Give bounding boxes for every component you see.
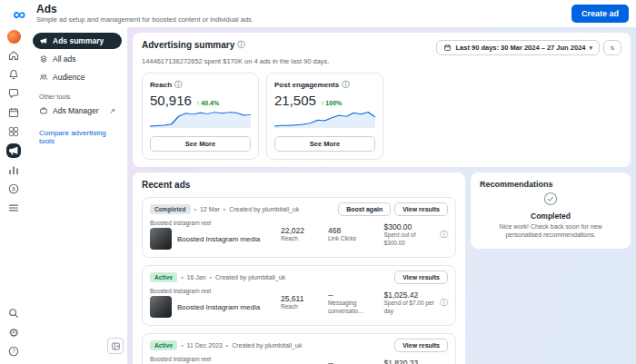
notifications-icon[interactable] [6, 67, 21, 82]
svg-text:$: $ [12, 185, 15, 192]
status-badge: Completed [150, 204, 191, 214]
ad-thumbnail [150, 228, 172, 250]
view-results-button[interactable]: View results [394, 339, 448, 352]
info-icon[interactable]: ⓘ [237, 40, 244, 50]
toolbox-icon [39, 106, 48, 115]
info-icon[interactable]: ⓘ [440, 229, 448, 241]
info-icon[interactable]: ⓘ [440, 297, 448, 309]
metric-label: Post engagements ⓘ [274, 80, 375, 90]
all-tools-icon[interactable] [6, 201, 21, 215]
create-ad-button[interactable]: Create ad [571, 5, 629, 23]
engagements-sparkline-chart [274, 110, 375, 128]
billing-icon[interactable]: $ [6, 182, 21, 196]
calendar-icon [443, 44, 452, 52]
settings-gear-icon[interactable]: ⚙ [6, 325, 21, 339]
gear-glyph: ⚙ [8, 327, 19, 339]
advertising-summary-title: Advertising summary ⓘ [142, 40, 244, 50]
metric-value: 21,505 [274, 93, 316, 108]
date-controls: Last 90 days: 30 Mar 2024 – 27 Jun 2024 … [436, 40, 621, 55]
spend-label: Spend of $7.00 per day [383, 300, 434, 314]
ad-type: Boosted Instagram reel [150, 356, 275, 362]
sidebar-item-ads-manager[interactable]: Ads Manager ↗ [33, 103, 122, 119]
status-badge: Active [150, 340, 177, 350]
home-icon[interactable] [6, 48, 21, 63]
ad-name: Boosted Instagram media [177, 303, 260, 311]
info-icon[interactable]: ⓘ [342, 80, 349, 90]
metric-label: Reach ⓘ [150, 80, 251, 90]
sidebar-item-label: Ads Manager [53, 106, 99, 115]
ad-date: 11 Dec 2023 [187, 342, 223, 349]
insights-icon[interactable] [6, 162, 21, 177]
page-subtitle: Simple ad setup and management for boost… [36, 15, 253, 24]
svg-text:?: ? [12, 348, 15, 354]
left-icon-rail: $ ⚙ ? [0, 27, 27, 364]
metric2-value: 468 [328, 226, 379, 235]
separator-dot [181, 274, 183, 280]
info-icon[interactable]: ⓘ [174, 80, 182, 90]
app-window: ∞ Ads Simple ad setup and management for… [0, 0, 636, 364]
compare-advertising-tools-link[interactable]: Compare advertising tools [39, 129, 115, 145]
sidebar-item-all-ads[interactable]: All ads [33, 51, 122, 67]
separator-dot [226, 342, 228, 349]
advertising-summary-subtitle: 1444617136272652 spent $170K on 4 ads in… [142, 57, 621, 65]
ads-icon-selected[interactable] [6, 143, 21, 158]
boost-again-button[interactable]: Boost again [338, 202, 391, 216]
meta-logo-icon[interactable]: ∞ [7, 5, 31, 23]
spend-label: Spent out of $300.00 [383, 231, 434, 246]
recent-ads-title: Recent ads [142, 180, 456, 190]
see-more-button[interactable]: See More [274, 136, 375, 152]
separator-dot [210, 274, 212, 280]
metric2-label: Messaging conversatio... [328, 300, 379, 314]
recommendations-message: Nice work! Check back soon for new perso… [480, 222, 621, 240]
page-title-block: Ads Simple ad setup and management for b… [36, 4, 253, 24]
help-icon[interactable]: ? [6, 344, 21, 359]
ad-type: Boosted Instagram reel [150, 220, 275, 226]
sidebar-item-label: All ads [53, 54, 76, 64]
metric2-value: -- [328, 290, 379, 300]
sidebar-item-ads-summary[interactable]: Ads summary [33, 33, 122, 49]
post-engagements-metric-card: Post engagements ⓘ 21,505 100% See More [266, 73, 383, 160]
planner-icon[interactable] [6, 105, 21, 120]
see-more-button[interactable]: See More [150, 136, 251, 152]
tune-icon [610, 44, 615, 53]
metric2-value: -- [328, 359, 379, 364]
other-tools-label: Other tools [39, 93, 115, 100]
ads-sidebar: Ads summary All ads Audience Other tools… [27, 27, 127, 364]
metric-label-text: Reach [150, 81, 172, 89]
view-results-button[interactable]: View results [394, 202, 448, 216]
spend-value: $1,025.42 [383, 290, 434, 300]
spend-value: $300.00 [383, 222, 434, 231]
filter-settings-button[interactable] [603, 40, 621, 55]
layers-icon [39, 54, 48, 64]
ad-type: Boosted Instagram reel [150, 288, 275, 294]
sidebar-item-audience[interactable]: Audience [33, 69, 122, 85]
sidebar-item-label: Ads summary [53, 36, 104, 45]
sidebar-item-label: Audience [53, 73, 84, 82]
separator-dot [224, 206, 225, 212]
reach-value: 22,022 [281, 226, 323, 235]
ad-thumbnail [150, 296, 172, 318]
reach-sparkline-chart [150, 110, 251, 128]
check-circle-icon [543, 193, 558, 209]
ad-created-by: Created by plumbitall_uk [229, 206, 299, 212]
search-icon[interactable] [6, 306, 21, 320]
view-results-button[interactable]: View results [394, 271, 448, 284]
ad-row: Completed 12 Mar Created by plumbitall_u… [142, 197, 456, 258]
metric2-label: Link Clicks [328, 235, 379, 242]
profile-avatar[interactable] [7, 30, 21, 44]
recommendations-title: Recommendations [480, 180, 621, 189]
inbox-icon[interactable] [6, 86, 21, 101]
date-range-button[interactable]: Last 90 days: 30 Mar 2024 – 27 Jun 2024 … [436, 40, 600, 55]
main-content: Advertising summary ⓘ Last 90 days: 30 M… [127, 27, 636, 364]
spend-value: $1,820.33 [383, 359, 434, 364]
ad-row: Active 16 Jan Created by plumbitall_uk V… [142, 265, 456, 326]
collapse-sidebar-button[interactable] [107, 338, 124, 354]
reach-metric-card: Reach ⓘ 50,916 40.4% See More [142, 73, 259, 160]
top-header: ∞ Ads Simple ad setup and management for… [0, 0, 636, 27]
ad-date: 16 Jan [187, 274, 206, 280]
recommendations-card: Recommendations Completed Nice work! Che… [471, 172, 631, 249]
content-icon[interactable] [6, 124, 21, 139]
ad-row: Active 11 Dec 2023 Created by plumbitall… [142, 333, 456, 364]
metric-value: 50,916 [150, 93, 192, 108]
separator-dot [181, 342, 183, 349]
